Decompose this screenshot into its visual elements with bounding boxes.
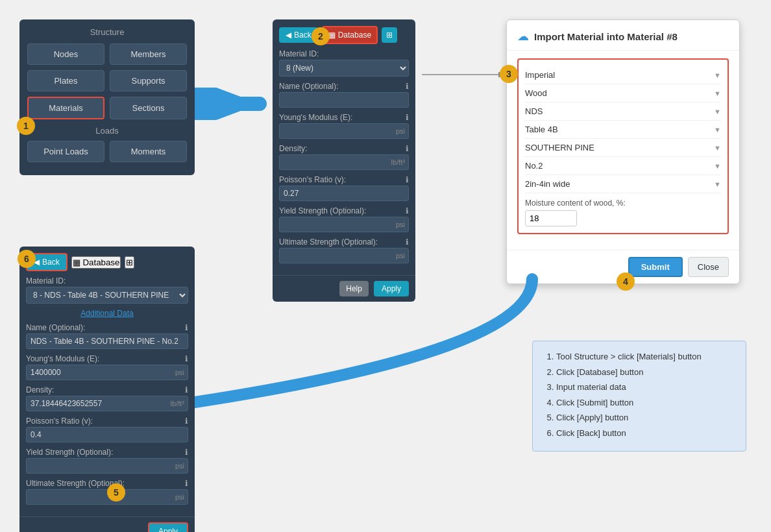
dropdown-1-arrow-icon: ▼ — [714, 71, 721, 79]
footer-top: Help Apply — [273, 275, 415, 302]
modal-title: Import Material into Material #8 — [534, 31, 678, 42]
yield-unit: psi — [396, 221, 405, 228]
moisture-label: Moisture content of wood, %: — [525, 199, 721, 208]
poisson-row-bottom: Poisson's Ratio (v): ℹ — [26, 417, 188, 442]
density-unit-bottom: lb/ft³ — [171, 400, 184, 407]
supports-button[interactable]: Supports — [110, 70, 187, 91]
instruction-item-6: Click [Back] button — [556, 427, 735, 440]
material-id-row: Material ID: 8 (New) — [279, 49, 409, 77]
structure-panel: Structure Nodes Members Plates Supports … — [19, 19, 195, 175]
dropdown-2-value: Wood — [525, 88, 547, 98]
ultimate-info-icon: ℹ — [406, 237, 409, 247]
badge-2: 2 — [312, 27, 330, 45]
modal-body: Imperial ▼ Wood ▼ NDS ▼ Table 4B ▼ SOUTH… — [507, 51, 739, 250]
dropdown-3-arrow-icon: ▼ — [714, 108, 721, 115]
poisson-input-bottom[interactable] — [26, 427, 188, 442]
database-button-bottom[interactable]: ▦ Database — [71, 256, 121, 269]
badge-5: 5 — [107, 483, 125, 502]
structure-buttons: Nodes Members Plates Supports Materials … — [27, 43, 187, 119]
name-row: Name (Optional): ℹ — [279, 82, 409, 108]
young-input[interactable] — [279, 123, 409, 139]
yield-input[interactable] — [279, 217, 409, 232]
additional-data-link[interactable]: Additional Data — [26, 309, 188, 318]
dropdown-row-1: Imperial ▼ — [525, 66, 721, 84]
ultimate-input[interactable] — [279, 248, 409, 263]
toolbar-bottom: ◀ Back ▦ Database ⊞ — [19, 247, 195, 276]
moisture-row: Moisture content of wood, %: — [525, 199, 721, 226]
young-info-icon: ℹ — [406, 113, 409, 122]
instruction-list: Tool Structure > click [Materials] butto… — [543, 350, 735, 439]
moisture-input[interactable] — [525, 210, 577, 226]
ultimate-label-bottom: Ultimate Strength (Optional): ℹ — [26, 479, 188, 488]
structure-title: Structure — [27, 27, 187, 37]
badge-1: 1 — [17, 117, 35, 135]
arrow-1-to-2 — [195, 88, 273, 120]
poisson-label-bottom: Poisson's Ratio (v): ℹ — [26, 417, 188, 426]
young-input-bottom[interactable] — [26, 365, 188, 380]
young-label: Young's Modulus (E): ℹ — [279, 113, 409, 122]
apply-button-top[interactable]: Apply — [374, 281, 409, 296]
material-id-label: Material ID: — [279, 49, 409, 58]
apply-button-bottom[interactable]: Apply — [148, 522, 188, 532]
import-modal: ☁ Import Material into Material #8 Imper… — [506, 19, 740, 284]
dropdown-5-value: SOUTHERN PINE — [525, 143, 594, 152]
density-input-bottom[interactable] — [26, 396, 188, 411]
name-row-bottom: Name (Optional): ℹ — [26, 323, 188, 349]
density-info-icon: ℹ — [406, 144, 409, 153]
sections-button[interactable]: Sections — [110, 97, 187, 119]
back-arrow-icon: ◀ — [286, 30, 291, 40]
material-id-select[interactable]: 8 (New) — [279, 60, 409, 77]
modal-dropdowns-box: Imperial ▼ Wood ▼ NDS ▼ Table 4B ▼ SOUTH… — [517, 58, 729, 234]
material-id-label-bottom: Material ID: — [26, 276, 188, 285]
grid-view-button-top[interactable]: ⊞ — [382, 27, 397, 43]
materials-button[interactable]: Materials — [27, 97, 104, 119]
name-label: Name (Optional): ℹ — [279, 82, 409, 91]
footer-bottom: Apply — [19, 516, 195, 532]
toolbar-top: ◀ Back ▦ Database ⊞ — [273, 19, 415, 49]
ultimate-row: Ultimate Strength (Optional): ℹ psi — [279, 237, 409, 263]
poisson-label: Poisson's Ratio (v): ℹ — [279, 175, 409, 184]
help-button[interactable]: Help — [339, 281, 369, 296]
material-id-row-bottom: Material ID: 8 - NDS - Table 4B - SOUTHE… — [26, 276, 188, 304]
yield-input-wrapper-bottom: psi — [26, 458, 188, 474]
grid-view-button-bottom[interactable]: ⊞ — [125, 256, 134, 269]
moments-button[interactable]: Moments — [110, 141, 187, 162]
material-form-top: Material ID: 8 (New) Name (Optional): ℹ … — [273, 49, 415, 275]
dropdown-row-5: SOUTHERN PINE ▼ — [525, 139, 721, 157]
density-row-bottom: Density: ℹ lb/ft³ — [26, 385, 188, 411]
yield-input-bottom[interactable] — [26, 458, 188, 474]
yield-input-wrapper: psi — [279, 217, 409, 232]
dropdown-row-3: NDS ▼ — [525, 103, 721, 121]
members-button[interactable]: Members — [110, 43, 187, 65]
badge-3: 3 — [500, 65, 518, 83]
material-id-select-bottom[interactable]: 8 - NDS - Table 4B - SOUTHERN PINE — [26, 287, 188, 304]
name-info-icon-bottom: ℹ — [185, 323, 188, 332]
instruction-item-4: Click [Submit] button — [556, 396, 735, 409]
point-loads-button[interactable]: Point Loads — [27, 141, 104, 162]
name-input[interactable] — [279, 92, 409, 108]
skyciv-logo-icon: ☁ — [517, 29, 529, 43]
dropdown-1-value: Imperial — [525, 70, 555, 80]
close-button[interactable]: Close — [688, 257, 729, 277]
dropdown-6-value: No.2 — [525, 161, 543, 171]
yield-info-icon-bottom: ℹ — [185, 448, 188, 457]
database-button-top[interactable]: ▦ Database — [322, 26, 378, 44]
name-input-bottom[interactable] — [26, 333, 188, 349]
name-info-icon: ℹ — [406, 82, 409, 91]
dropdown-row-2: Wood ▼ — [525, 84, 721, 103]
loads-title: Loads — [27, 126, 187, 136]
poisson-input[interactable] — [279, 186, 409, 201]
submit-button[interactable]: Submit — [628, 257, 683, 277]
instruction-item-5: Click [Apply] button — [556, 411, 735, 424]
plates-button[interactable]: Plates — [27, 70, 104, 91]
instruction-item-1: Tool Structure > click [Materials] butto… — [556, 350, 735, 363]
ultimate-label: Ultimate Strength (Optional): ℹ — [279, 237, 409, 247]
density-input[interactable] — [279, 154, 409, 170]
database-icon-bottom: ▦ — [73, 258, 80, 267]
nodes-button[interactable]: Nodes — [27, 43, 104, 65]
dropdown-6-arrow-icon: ▼ — [714, 162, 721, 170]
yield-row-bottom: Yield Strength (Optional): ℹ psi — [26, 448, 188, 474]
dropdown-7-arrow-icon: ▼ — [714, 180, 721, 188]
dropdown-5-arrow-icon: ▼ — [714, 144, 721, 152]
yield-info-icon: ℹ — [406, 206, 409, 215]
